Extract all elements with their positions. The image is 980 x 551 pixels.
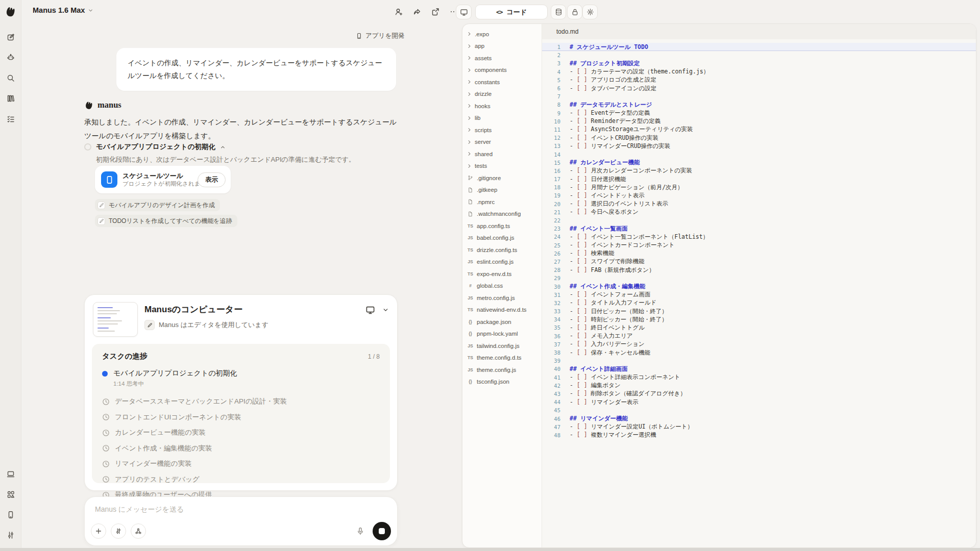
tree-item-pnpm-lock-yaml[interactable]: {}pnpm-lock.yaml: [462, 328, 542, 340]
database-button[interactable]: [551, 5, 566, 19]
message-input[interactable]: Manus にメッセージを送る: [95, 505, 389, 514]
app-develop-badge[interactable]: アプリを開発: [356, 32, 404, 40]
tree-item-eslint-config-js[interactable]: JSeslint.config.js: [462, 256, 542, 268]
pending-task[interactable]: イベント作成・編集機能の実装: [102, 441, 380, 457]
tree-item-package-json[interactable]: {}package.json: [462, 316, 542, 328]
pending-task[interactable]: アプリのテストとデバッグ: [102, 472, 380, 488]
code-view-button[interactable]: <> コード: [475, 5, 548, 19]
show-button[interactable]: 表示: [198, 172, 226, 187]
editor-thumbnail[interactable]: [93, 302, 138, 337]
connections-button[interactable]: [131, 523, 146, 539]
clock-icon: [102, 398, 110, 406]
tree-item-nativewind-env-d-ts[interactable]: TSnativewind-env.d.ts: [462, 304, 542, 316]
tree-item-metro-config-js[interactable]: JSmetro.config.js: [462, 292, 542, 304]
invite-user-icon[interactable]: [393, 6, 404, 17]
tree-item-server[interactable]: server: [462, 136, 542, 148]
suggestion-pill[interactable]: TODOリストを作成してすべての機能を追跡: [95, 215, 237, 227]
tree-item--gitkeep[interactable]: .gitkeep: [462, 184, 542, 196]
pill-label: TODOリストを作成してすべての機能を追跡: [109, 217, 232, 226]
code-area[interactable]: 1# スケジュールツール TODO23## プロジェクト初期設定4- [ ] カ…: [542, 39, 976, 547]
tree-item-drizzle[interactable]: drizzle: [462, 88, 542, 101]
tree-item-components[interactable]: components: [462, 64, 542, 77]
tree-item-label: .gitkeep: [477, 187, 497, 193]
manus-logo-small: [84, 101, 94, 110]
manus-logo[interactable]: [5, 6, 17, 18]
sliders-icon[interactable]: [4, 529, 17, 542]
tree-item-theme-config-d-ts[interactable]: TStheme.config.d.ts: [462, 352, 542, 364]
tree-item-expo-env-d-ts[interactable]: TSexpo-env.d.ts: [462, 268, 542, 280]
heading-text: ## データモデルとストレージ: [570, 101, 652, 108]
checklist-icon[interactable]: [4, 112, 17, 126]
tree-item-scripts[interactable]: scripts: [462, 124, 542, 136]
line-number: 37: [542, 341, 560, 347]
stop-button[interactable]: [373, 522, 391, 540]
active-task[interactable]: モバイルアプリプロジェクトの初期化: [102, 369, 380, 378]
tree-item-theme-config-js[interactable]: JStheme.config.js: [462, 364, 542, 376]
tree-item-hooks[interactable]: hooks: [462, 100, 542, 112]
open-computer-icon[interactable]: [365, 305, 375, 315]
lock-button[interactable]: [567, 5, 582, 19]
tree-item--npmrc[interactable]: .npmrc: [462, 196, 542, 208]
checkbox-brackets: [ ]: [577, 134, 591, 141]
code-line-20: 20- [ ] 選択日のイベントリスト表示: [542, 200, 976, 208]
agent-icon[interactable]: [4, 51, 17, 64]
tree-item-babel-config-js[interactable]: JSbabel.config.js: [462, 232, 542, 244]
tree-item-tailwind-config-js[interactable]: JStailwind.config.js: [462, 340, 542, 352]
gear-button[interactable]: [582, 5, 598, 19]
js-file-icon: JS: [467, 343, 474, 348]
pending-task[interactable]: カレンダービュー機能の実装: [102, 425, 380, 441]
line-number: 38: [542, 349, 560, 356]
share-icon[interactable]: [411, 6, 423, 17]
tools-button[interactable]: [111, 523, 126, 539]
tree-item-drizzle-config-ts[interactable]: TSdrizzle.config.ts: [462, 244, 542, 256]
preview-monitor-button[interactable]: [456, 5, 472, 19]
task-section-toggle[interactable]: モバイルアプリプロジェクトの初期化: [84, 142, 226, 152]
pending-task[interactable]: リマインダー機能の実装: [102, 456, 380, 472]
tree-item-tsconfig-json[interactable]: {}tsconfig.json: [462, 376, 542, 388]
code-line-15: 15## カレンダービュー機能: [542, 159, 976, 167]
list-dash: -: [570, 184, 577, 191]
list-dash: -: [570, 85, 577, 92]
ts-file-icon: TS: [467, 307, 474, 312]
tree-item--watchmanconfig[interactable]: .watchmanconfig: [462, 208, 542, 220]
tree-item-tests[interactable]: tests: [462, 160, 542, 172]
line-content: ## データモデルとストレージ: [560, 101, 652, 109]
export-icon[interactable]: [430, 6, 441, 17]
search-icon[interactable]: [4, 71, 17, 85]
task-text: 日付ピッカー（開始・終了）: [591, 308, 668, 315]
tree-item-global-css[interactable]: #global.css: [462, 280, 542, 292]
line-content: - [ ] 終日イベントトグル: [560, 324, 645, 332]
tree-item-lib[interactable]: lib: [462, 112, 542, 124]
tree-item-app[interactable]: app: [462, 40, 542, 53]
pending-task[interactable]: フロントエンドUIコンポーネントの実装: [102, 410, 380, 425]
tree-item-app-config-ts[interactable]: TSapp.config.ts: [462, 220, 542, 232]
tree-item-shared[interactable]: shared: [462, 148, 542, 160]
tree-item-constants[interactable]: constants: [462, 76, 542, 88]
task-text: 終日イベントトグル: [591, 324, 645, 331]
line-content: - [ ] 編集ボタン: [560, 382, 621, 389]
collapse-card-icon[interactable]: [382, 307, 389, 313]
project-card[interactable]: スケジュールツール プロジェクトが初期化されました 表示: [95, 166, 231, 193]
line-content: ## イベント詳細画面: [560, 365, 628, 373]
tree-item-assets[interactable]: assets: [462, 52, 542, 64]
compose-icon[interactable]: [4, 31, 17, 44]
model-selector[interactable]: Manus 1.6 Max: [33, 6, 93, 14]
attach-button[interactable]: [91, 523, 106, 539]
tree-item--expo[interactable]: .expo: [462, 28, 542, 40]
tree-item-label: expo-env.d.ts: [477, 271, 511, 277]
checkbox-brackets: [ ]: [577, 258, 591, 265]
code-line-47: 47- [ ] リマインダー設定UI（ボトムシート）: [542, 423, 976, 431]
apps-icon[interactable]: [4, 488, 17, 501]
mobile-icon[interactable]: [4, 508, 17, 521]
tree-item--gitignore[interactable]: .gitignore: [462, 172, 542, 184]
task-progress-count: 1 / 8: [368, 353, 380, 360]
task-text: メモ入力エリア: [591, 332, 633, 339]
line-number: 39: [542, 358, 560, 364]
computer-icon[interactable]: [4, 467, 17, 481]
editor-tab-todo-md[interactable]: todo.md: [556, 28, 578, 35]
library-icon[interactable]: [4, 92, 17, 105]
list-dash: -: [570, 68, 577, 75]
pending-task[interactable]: データベーススキーマとバックエンドAPIの設計・実装: [102, 394, 380, 410]
microphone-button[interactable]: [353, 523, 368, 539]
suggestion-pill[interactable]: モバイルアプリのデザイン計画を作成: [95, 199, 220, 211]
